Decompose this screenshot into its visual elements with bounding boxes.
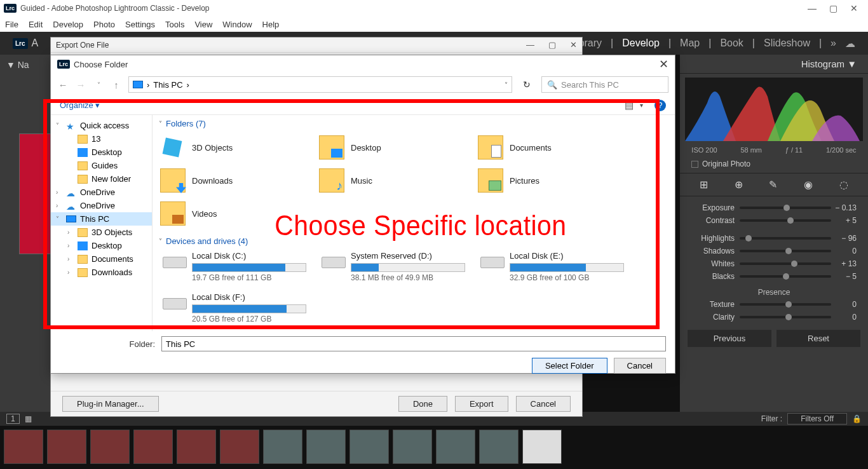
blacks-slider[interactable] [740, 275, 831, 278]
film-thumb[interactable] [479, 430, 519, 464]
menu-help[interactable]: Help [262, 20, 280, 29]
nav-back-icon[interactable]: ← [57, 79, 69, 90]
film-thumb[interactable] [133, 430, 173, 464]
done-button[interactable]: Done [398, 396, 447, 412]
tree-item-desktop[interactable]: Desktop [51, 146, 152, 159]
menu-photo[interactable]: Photo [93, 20, 115, 29]
folders-group-header[interactable]: ˅Folders (7) [153, 116, 675, 131]
tree-item-new-folder[interactable]: New folder [51, 172, 152, 186]
shadows-slider[interactable] [740, 250, 831, 252]
folder-item-desktop[interactable]: Desktop [315, 131, 474, 164]
module-map[interactable]: Map [680, 37, 700, 50]
film-thumb[interactable] [393, 430, 432, 464]
film-thumb[interactable] [522, 430, 562, 464]
menu-develop[interactable]: Develop [53, 20, 83, 29]
drives-group-header[interactable]: ˅Devices and drives (4) [153, 234, 675, 248]
folder-item-downloads[interactable]: Downloads [156, 164, 315, 197]
folder-item-music[interactable]: Music [315, 164, 474, 197]
view-dropdown-icon[interactable]: ▾ [640, 102, 643, 109]
maximize-icon[interactable]: ▢ [829, 3, 837, 13]
whites-slider[interactable] [740, 262, 831, 265]
tree-item-documents[interactable]: ›Documents [51, 252, 152, 266]
tree-item-guides[interactable]: Guides [51, 159, 152, 172]
cloud-sync-icon[interactable]: ☁ [845, 37, 855, 50]
folder-item-3d-objects[interactable]: 3D Objects [156, 131, 315, 164]
highlights-slider[interactable] [740, 237, 831, 240]
tree-item-downloads[interactable]: ›Downloads [51, 266, 152, 279]
filmstrip-index[interactable]: 1 [6, 414, 20, 424]
plugin-manager-button[interactable]: Plug-in Manager... [62, 396, 159, 412]
drive-item-local-disk-e-[interactable]: Local Disk (E:)32.9 GB free of 100 GB [474, 248, 633, 290]
menu-window[interactable]: Window [222, 20, 252, 29]
filmstrip-thumbs[interactable] [0, 426, 868, 468]
folder-cancel-button[interactable]: Cancel [614, 358, 666, 374]
breadcrumb-path[interactable]: This PC [153, 80, 182, 90]
film-thumb[interactable] [349, 430, 389, 464]
nav-forward-icon[interactable]: → [75, 79, 86, 90]
folder-tree[interactable]: ˅★Quick access13DesktopGuidesNew folder›… [51, 115, 153, 331]
filter-dropdown[interactable]: Filters Off [787, 413, 847, 425]
clarity-slider[interactable] [740, 316, 831, 318]
breadcrumb[interactable]: › This PC › ˅ [128, 76, 512, 93]
mask-tool-icon[interactable]: ◉ [804, 179, 813, 191]
module-more-icon[interactable]: » [831, 37, 836, 50]
menu-settings[interactable]: Settings [125, 20, 155, 29]
folder-item-pictures[interactable]: Pictures [474, 164, 633, 197]
view-mode-icon[interactable]: ▤ [625, 100, 634, 111]
help-icon[interactable]: ? [654, 100, 666, 111]
folder-item-documents[interactable]: Documents [474, 131, 633, 164]
original-photo-toggle[interactable]: Original Photo [680, 158, 868, 170]
folder-field[interactable] [161, 336, 666, 351]
module-slideshow[interactable]: Slideshow [764, 37, 810, 50]
spot-tool-icon[interactable]: ⊕ [735, 179, 743, 191]
contrast-slider[interactable] [740, 219, 831, 222]
texture-slider[interactable] [740, 303, 831, 306]
histogram[interactable] [685, 78, 863, 141]
radial-tool-icon[interactable]: ◌ [839, 179, 848, 191]
filmstrip-grid-icon[interactable]: ▦ [25, 414, 32, 423]
tree-item-3d-objects[interactable]: ›3D Objects [51, 226, 152, 239]
tree-item-13[interactable]: 13 [51, 132, 152, 146]
export-cancel-button[interactable]: Cancel [516, 396, 571, 412]
refresh-icon[interactable]: ↻ [519, 76, 535, 93]
folder-dialog-close-icon[interactable]: ✕ [659, 57, 668, 71]
navigator-header[interactable]: ▼ Na [0, 55, 51, 75]
menu-view[interactable]: View [194, 20, 212, 29]
export-button[interactable]: Export [455, 396, 508, 412]
film-thumb[interactable] [4, 430, 43, 464]
nav-recent-icon[interactable]: ˅ [93, 81, 104, 88]
menu-edit[interactable]: Edit [29, 20, 43, 29]
tree-item-quick-access[interactable]: ˅★Quick access [51, 119, 152, 132]
export-maximize-icon[interactable]: ▢ [548, 40, 556, 50]
navigator-thumbnail[interactable] [19, 133, 51, 254]
close-icon[interactable]: ✕ [850, 3, 858, 13]
tree-item-desktop[interactable]: ›Desktop [51, 239, 152, 252]
menu-file[interactable]: File [5, 20, 18, 29]
tree-item-this-pc[interactable]: ˅This PC [51, 212, 152, 226]
nav-up-icon[interactable]: ↑ [111, 79, 122, 90]
tree-item-onedrive[interactable]: ›☁OneDrive [51, 186, 152, 199]
module-develop[interactable]: Develop [622, 37, 660, 50]
film-thumb[interactable] [177, 430, 216, 464]
film-thumb[interactable] [47, 430, 86, 464]
folder-item-videos[interactable]: Videos [156, 197, 315, 230]
export-minimize-icon[interactable]: ― [526, 40, 534, 50]
filter-lock-icon[interactable]: 🔒 [852, 414, 862, 423]
film-thumb[interactable] [263, 430, 302, 464]
film-thumb[interactable] [306, 430, 346, 464]
exposure-slider[interactable] [740, 207, 831, 209]
menu-tools[interactable]: Tools [165, 20, 184, 29]
organize-menu[interactable]: Organize ▾ [60, 100, 100, 110]
film-thumb[interactable] [436, 430, 475, 464]
checkbox-icon[interactable] [691, 161, 698, 168]
film-thumb[interactable] [90, 430, 130, 464]
export-close-icon[interactable]: ✕ [570, 40, 577, 50]
film-thumb[interactable] [220, 430, 259, 464]
previous-button[interactable]: Previous [688, 330, 771, 347]
drive-item-system-reserved-d-[interactable]: System Reserved (D:)38.1 MB free of 49.9… [315, 248, 474, 290]
tree-item-onedrive[interactable]: ›☁OneDrive [51, 199, 152, 212]
reset-button[interactable]: Reset [776, 330, 860, 347]
breadcrumb-dropdown-icon[interactable]: ˅ [505, 81, 508, 88]
redeye-tool-icon[interactable]: ✎ [769, 179, 777, 191]
histogram-header[interactable]: Histogram ▼ [680, 55, 868, 74]
